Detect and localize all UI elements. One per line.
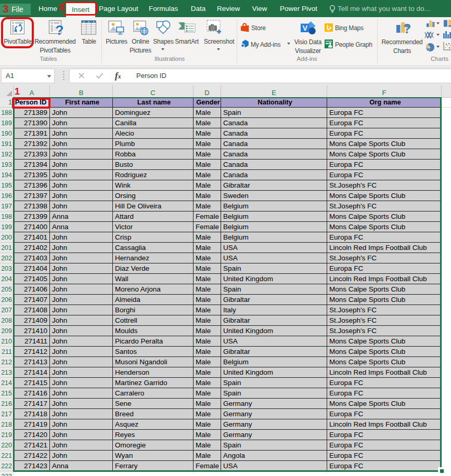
svg-text:V: V xyxy=(303,24,308,32)
svg-text:?: ? xyxy=(55,22,63,37)
svg-text:?: ? xyxy=(403,21,411,36)
